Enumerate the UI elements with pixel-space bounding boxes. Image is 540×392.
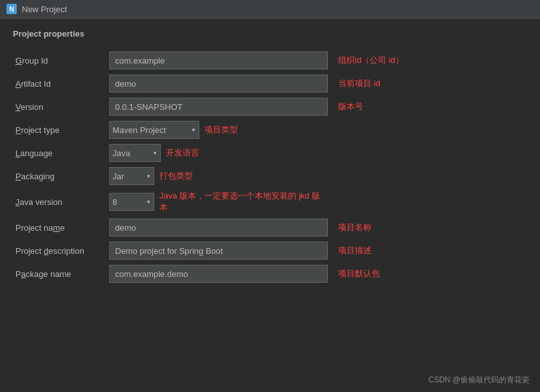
title-bar: N New Project [0,0,540,19]
project-type-input-cell: Maven Project Gradle Project 项目类型 [109,118,333,141]
packaging-annotation-empty [333,165,527,188]
package-name-annotation: 项目默认包 [333,262,527,285]
project-type-annotation-empty [333,118,527,141]
project-type-label: Project type [13,118,109,141]
project-type-inline-annotation: 项目类型 [204,124,238,136]
java-version-select[interactable]: 8 11 17 21 [109,193,154,211]
version-label: Version [13,95,109,118]
artifact-id-input[interactable] [109,75,328,93]
title-bar-text: New Project [22,4,67,14]
language-label: Language [13,141,109,165]
language-inline-annotation: 开发语言 [166,147,199,159]
language-select[interactable]: Java Kotlin Groovy [109,144,161,162]
language-annotation-empty [333,141,527,165]
form-grid: Group Id 组织id（公司 id） Artifact Id 当前项目 id… [13,49,527,285]
packaging-label: Packaging [13,165,109,188]
packaging-select-wrapper: Jar War [109,167,154,185]
section-title: Project properties [13,29,527,39]
java-version-label: Java version [13,188,109,216]
project-type-select-wrapper: Maven Project Gradle Project [109,121,199,139]
project-name-input-cell [109,216,333,239]
language-select-wrapper: Java Kotlin Groovy [109,144,161,162]
project-type-select[interactable]: Maven Project Gradle Project [109,121,199,139]
packaging-inline-annotation: 打包类型 [159,170,193,182]
packaging-select[interactable]: Jar War [109,167,154,185]
group-id-label: Group Id [13,49,109,72]
project-description-input[interactable] [109,242,328,260]
project-description-annotation: 项目描述 [333,239,527,262]
project-description-input-cell [109,239,333,262]
project-description-label: Project description [13,239,109,262]
artifact-id-annotation: 当前项目 id [333,72,527,95]
version-annotation: 版本号 [333,95,527,118]
java-version-annotation-empty [333,188,527,216]
java-version-inline-annotation: Java 版本，一定要选一个本地安装的 jkd 版本 [159,190,328,213]
java-version-select-wrapper: 8 11 17 21 [109,193,154,211]
main-content: Project properties Group Id 组织id（公司 id） … [0,19,540,296]
group-id-input-cell [109,49,333,72]
project-name-annotation: 项目名称 [333,216,527,239]
artifact-id-input-cell [109,72,333,95]
package-name-input[interactable] [109,265,328,283]
package-name-label: Package name [13,262,109,285]
group-id-annotation: 组织id（公司 id） [333,49,527,72]
app-icon: N [6,4,17,14]
version-input[interactable] [109,98,328,116]
footer-text: CSDN @偷偷敲代码的青花瓷 [428,375,530,386]
project-name-label: Project name [13,216,109,239]
packaging-input-cell: Jar War 打包类型 [109,165,333,188]
version-input-cell [109,95,333,118]
artifact-id-label: Artifact Id [13,72,109,95]
language-input-cell: Java Kotlin Groovy 开发语言 [109,141,333,165]
java-version-input-cell: 8 11 17 21 Java 版本，一定要选一个本地安装的 jkd 版本 [109,188,333,216]
package-name-input-cell [109,262,333,285]
group-id-input[interactable] [109,51,328,69]
project-name-input[interactable] [109,218,328,236]
